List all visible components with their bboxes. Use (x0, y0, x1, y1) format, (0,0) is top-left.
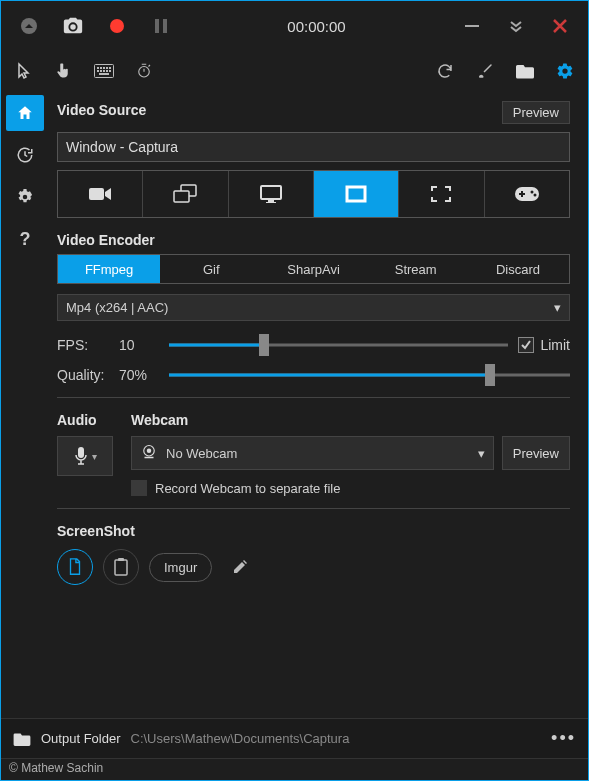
svg-rect-3 (163, 19, 167, 33)
svg-rect-34 (145, 457, 154, 459)
svg-rect-12 (100, 70, 102, 72)
svg-rect-35 (115, 560, 127, 575)
cursor-icon[interactable] (5, 53, 43, 89)
svg-rect-4 (465, 25, 479, 27)
video-source-selected: Window - Captura (66, 139, 178, 155)
folder-icon[interactable] (13, 732, 31, 746)
source-camera[interactable] (58, 171, 143, 217)
svg-rect-22 (261, 186, 281, 199)
webcam-selected: No Webcam (166, 446, 237, 461)
minimize-button[interactable] (452, 6, 492, 46)
svg-rect-10 (109, 67, 111, 69)
codec-dropdown[interactable]: Mp4 (x264 | AAC) ▾ (57, 294, 570, 321)
svg-rect-15 (109, 70, 111, 72)
svg-rect-24 (266, 202, 276, 203)
webcam-separate-label: Record Webcam to separate file (155, 481, 340, 496)
encoder-tabs: FFmpeg Gif SharpAvi Stream Discard (57, 254, 570, 284)
video-preview-button[interactable]: Preview (502, 101, 570, 124)
chevron-down-icon: ▾ (478, 446, 485, 461)
close-button[interactable] (540, 6, 580, 46)
video-source-mode-grid (57, 170, 570, 218)
nav-home[interactable] (6, 95, 44, 131)
quality-label: Quality: (57, 367, 109, 383)
svg-text:?: ? (20, 229, 31, 249)
screenshot-edit-button[interactable] (222, 549, 258, 585)
svg-rect-21 (174, 191, 189, 202)
click-icon[interactable] (45, 53, 83, 89)
chevron-down-icon: ▾ (92, 451, 97, 462)
content-panel: Video Source Preview Window - Captura (49, 91, 588, 718)
copyright: © Mathew Sachin (1, 758, 588, 780)
more-options-button[interactable]: ••• (551, 728, 576, 749)
svg-rect-6 (97, 67, 99, 69)
screenshot-button[interactable] (53, 6, 93, 46)
svg-rect-31 (78, 447, 84, 458)
fps-limit-label: Limit (540, 337, 570, 353)
source-screen[interactable] (143, 171, 228, 217)
webcam-dropdown[interactable]: No Webcam ▾ (131, 436, 494, 470)
fps-value: 10 (119, 337, 159, 353)
svg-rect-11 (97, 70, 99, 72)
divider (57, 508, 570, 509)
audio-source-selector[interactable]: ▾ (57, 436, 113, 476)
screenshot-clipboard-button[interactable] (103, 549, 139, 585)
svg-rect-19 (89, 188, 104, 200)
codec-selected: Mp4 (x264 | AAC) (66, 300, 168, 315)
encoder-tab-stream[interactable]: Stream (365, 255, 467, 283)
settings-icon[interactable] (546, 53, 584, 89)
webcam-title: Webcam (131, 412, 570, 428)
svg-point-28 (533, 194, 536, 197)
screenshot-disk-button[interactable] (57, 549, 93, 585)
svg-rect-16 (99, 73, 109, 75)
quality-slider[interactable] (169, 367, 570, 383)
screenshot-imgur-button[interactable]: Imgur (149, 553, 212, 582)
svg-rect-2 (155, 19, 159, 33)
encoder-tab-discard[interactable]: Discard (467, 255, 569, 283)
encoder-tab-ffmpeg[interactable]: FFmpeg (58, 255, 160, 283)
source-fullscreen[interactable] (399, 171, 484, 217)
nav-help[interactable]: ? (6, 221, 44, 257)
svg-rect-36 (118, 558, 124, 561)
webcam-icon (140, 444, 158, 462)
svg-rect-13 (103, 70, 105, 72)
pause-button[interactable] (141, 6, 181, 46)
quality-value: 70% (119, 367, 159, 383)
mic-icon (74, 446, 88, 466)
refresh-icon[interactable] (426, 53, 464, 89)
main-area: ? Video Source Preview Window - Captura (1, 91, 588, 718)
record-button[interactable] (97, 6, 137, 46)
source-game[interactable] (485, 171, 569, 217)
screenshot-title: ScreenShot (57, 523, 570, 539)
svg-rect-8 (103, 67, 105, 69)
brush-icon[interactable] (466, 53, 504, 89)
chevron-down-icon: ▾ (554, 300, 561, 315)
footer-bar: Output Folder C:\Users\Mathew\Documents\… (1, 718, 588, 758)
svg-point-33 (147, 449, 152, 454)
encoder-tab-gif[interactable]: Gif (160, 255, 262, 283)
output-folder-path: C:\Users\Mathew\Documents\Captura (131, 731, 542, 746)
svg-rect-14 (106, 70, 108, 72)
svg-point-1 (110, 19, 124, 33)
video-source-dropdown[interactable]: Window - Captura (57, 132, 570, 162)
output-folder-label: Output Folder (41, 731, 121, 746)
keyboard-icon[interactable] (85, 53, 123, 89)
svg-point-27 (530, 191, 533, 194)
source-monitor[interactable] (229, 171, 314, 217)
audio-title: Audio (57, 412, 113, 428)
encoder-tab-sharpavi[interactable]: SharpAvi (262, 255, 364, 283)
nav-settings[interactable] (6, 179, 44, 215)
record-timer: 00:00:00 (185, 18, 448, 35)
collapse-button[interactable] (9, 6, 49, 46)
fps-slider[interactable] (169, 337, 508, 353)
timer-icon[interactable] (125, 53, 163, 89)
webcam-separate-file-checkbox[interactable]: Record Webcam to separate file (131, 480, 570, 496)
svg-rect-30 (521, 191, 523, 197)
svg-rect-7 (100, 67, 102, 69)
source-region[interactable] (314, 171, 399, 217)
toolbar (1, 51, 588, 91)
folder-icon[interactable] (506, 53, 544, 89)
nav-history[interactable] (6, 137, 44, 173)
expand-down-button[interactable] (496, 6, 536, 46)
webcam-preview-button[interactable]: Preview (502, 436, 570, 470)
fps-limit-checkbox[interactable]: Limit (518, 337, 570, 353)
